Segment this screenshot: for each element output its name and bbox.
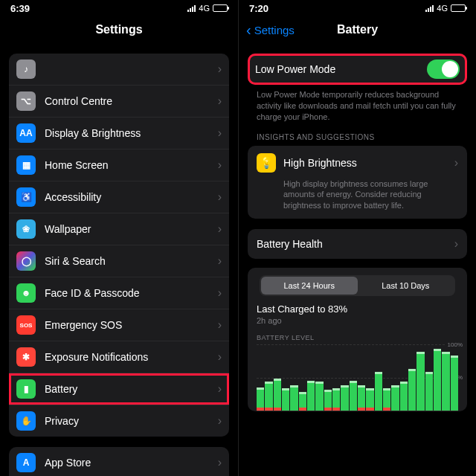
chart-bar [451,358,458,411]
chart-bar [383,390,390,411]
insight-high-brightness[interactable]: 💡 High Brightness › High display brightn… [248,146,467,219]
row-label: Home Screen [36,159,218,171]
signal-icon [187,4,196,12]
settings-row-wallpaper[interactable]: ❀Wallpaper› [9,213,229,245]
row-label: Battery [36,383,218,395]
chart-bar [274,381,281,411]
network-label: 4G [437,4,448,13]
chart-bar [282,390,289,411]
chart-bar [341,387,348,411]
chart-bar [391,387,399,411]
lightbulb-icon: 💡 [257,153,276,173]
settings-row-appstore[interactable]: AApp Store› [9,447,229,476]
chart-bar [375,374,382,411]
settings-row-display[interactable]: AADisplay & Brightness› [9,118,229,149]
settings-row-privacy[interactable]: ✋Privacy› [9,405,229,437]
chevron-right-icon: › [218,158,222,172]
y-axis-100: 100% [448,341,463,348]
battery-icon [213,4,228,12]
chart-bar [425,374,433,411]
status-bar: 6:39 4G [0,0,238,16]
control-icon: ⌥ [16,91,36,111]
settings-row-sounds[interactable]: ♪› [9,54,229,86]
settings-row-home[interactable]: ▦Home Screen› [9,149,229,181]
chart-bar [299,394,306,411]
row-label: Display & Brightness [36,127,218,139]
battery-health-row[interactable]: Battery Health › [248,229,467,259]
page-title: Settings [95,23,142,36]
insight-body: High display brightness consumes large a… [257,173,458,212]
row-label: Privacy [36,415,218,427]
back-label: Settings [254,24,295,36]
battery-level-chart: 100% 50% [257,344,458,411]
chevron-right-icon: › [218,414,222,428]
status-indicators: 4G [425,4,466,13]
chevron-right-icon: › [218,350,222,364]
chart-bar [324,392,332,411]
exposure-icon: ✱ [16,347,36,367]
settings-row-siri[interactable]: ◯Siri & Search› [9,245,229,277]
chevron-right-icon: › [218,286,222,300]
accessibility-icon: ♿ [16,187,36,207]
wallpaper-icon: ❀ [16,219,36,239]
chart-bar [307,383,315,411]
battery-icon [451,4,466,12]
chart-bar [434,351,441,411]
battery-icon: ▮ [16,379,36,399]
lpm-toggle[interactable] [427,60,460,79]
battery-screen: 7:20 4G ‹ Settings Battery Low Power Mod… [238,0,476,476]
status-indicators: 4G [187,4,228,13]
chevron-right-icon: › [218,382,222,396]
settings-group-apps: AApp Store›▭Wallet› [9,447,229,476]
chart-bar [442,354,449,411]
chart-bar [408,371,416,411]
chart-bar [290,387,298,411]
page-title: Battery [337,23,378,36]
settings-row-exposure[interactable]: ✱Exposure Notifications› [9,341,229,373]
faceid-icon: ☻ [16,283,36,303]
settings-group-general: ♪›⌥Control Centre›AADisplay & Brightness… [9,54,229,437]
chevron-right-icon: › [218,126,222,140]
settings-row-accessibility[interactable]: ♿Accessibility› [9,181,229,213]
row-label: Emergency SOS [36,319,218,331]
chevron-right-icon: › [218,190,222,204]
siri-icon: ◯ [16,251,36,271]
back-button[interactable]: ‹ Settings [246,16,295,43]
time-range-segmented[interactable]: Last 24 Hours Last 10 Days [260,275,455,296]
chevron-right-icon: › [454,156,458,170]
battery-usage-block: Last 24 Hours Last 10 Days Last Charged … [248,268,467,411]
chart-section-label: BATTERY LEVEL [257,325,458,341]
nav-bar: Settings [0,16,238,43]
lpm-description: Low Power Mode temporarily reduces backg… [248,85,467,123]
chevron-right-icon: › [454,237,458,251]
low-power-mode-row[interactable]: Low Power Mode [248,54,467,85]
settings-row-control[interactable]: ⌥Control Centre› [9,86,229,118]
settings-row-faceid[interactable]: ☻Face ID & Passcode› [9,277,229,309]
chevron-left-icon: ‹ [246,22,251,37]
chevron-right-icon: › [218,318,222,332]
settings-row-battery[interactable]: ▮Battery› [9,373,229,405]
chart-bar [416,354,424,411]
chart-bar [332,390,340,411]
chart-bar [350,383,357,411]
row-label: App Store [36,457,218,469]
chart-bar [265,384,272,411]
row-label: Wallpaper [36,223,218,235]
segment-10d[interactable]: Last 10 Days [358,277,454,295]
nav-bar: ‹ Settings Battery [239,16,476,43]
sounds-icon: ♪ [16,60,36,79]
chart-bar [400,384,408,411]
row-label: Accessibility [36,191,218,203]
lpm-label: Low Power Mode [255,63,427,75]
row-label: Control Centre [36,95,218,107]
chevron-right-icon: › [218,62,222,76]
chart-bar [257,390,264,411]
segment-24h[interactable]: Last 24 Hours [261,277,358,295]
settings-row-sos[interactable]: SOSEmergency SOS› [9,309,229,341]
battery-health-label: Battery Health [257,238,454,250]
chart-bar [315,384,323,411]
settings-screen: 6:39 4G Settings ♪›⌥Control Centre›AADis… [0,0,238,476]
row-label: Siri & Search [36,255,218,267]
privacy-icon: ✋ [16,411,36,431]
status-bar: 7:20 4G [239,0,476,16]
